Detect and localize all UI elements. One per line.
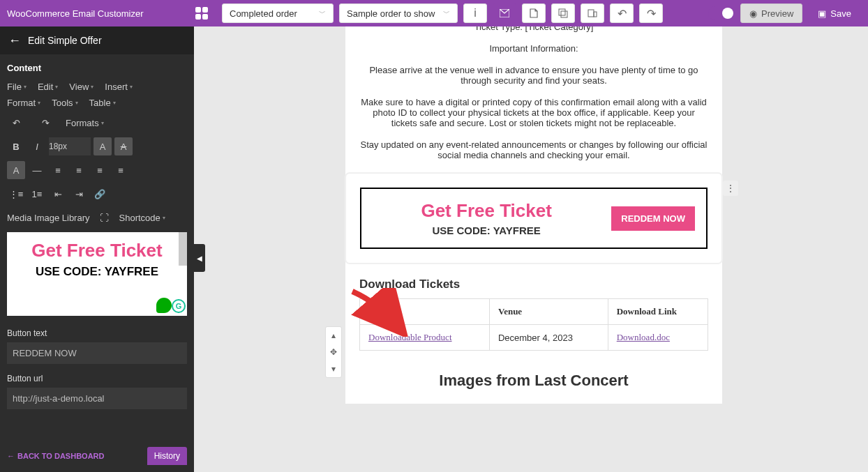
- align-center-icon[interactable]: ≡: [70, 161, 88, 179]
- save-icon: ▣: [818, 8, 826, 19]
- menu-view[interactable]: View▾: [69, 82, 93, 92]
- table-row: Downloadable Product December 4, 2023 Do…: [360, 325, 708, 351]
- menu-insert[interactable]: Insert▾: [105, 82, 133, 92]
- move-up-icon[interactable]: ▴: [326, 327, 341, 344]
- grammarly-icon: G: [172, 299, 186, 313]
- sidebar: ← Edit Simple Offer Content File▾ Edit▾ …: [0, 26, 194, 472]
- rich-editor-toolbar: File▾ Edit▾ View▾ Insert▾ Format▾ Tools▾…: [0, 79, 194, 229]
- menu-file[interactable]: File▾: [7, 82, 27, 92]
- menu-table[interactable]: Table▾: [89, 98, 116, 108]
- bullet-list-icon[interactable]: ⋮≡: [7, 185, 25, 203]
- button-text-label: Button text: [0, 319, 194, 342]
- move-drag-icon[interactable]: ✥: [326, 344, 341, 360]
- history-button[interactable]: History: [147, 447, 187, 465]
- menu-edit[interactable]: Edit▾: [38, 82, 58, 92]
- undo-button[interactable]: ↶: [610, 3, 634, 23]
- undo-icon[interactable]: ↶: [7, 114, 25, 132]
- button-text-input[interactable]: [7, 342, 187, 364]
- link-icon[interactable]: 🔗: [91, 185, 109, 203]
- element-move-controls: ▴ ✥ ▾: [325, 326, 342, 378]
- content-section-label: Content: [0, 54, 194, 79]
- button-url-label: Button url: [0, 364, 194, 388]
- panel-title: Edit Simple Offer: [28, 35, 102, 46]
- bg-color-icon[interactable]: A: [7, 161, 25, 179]
- sample-order-dropdown[interactable]: Sample order to show﹀: [339, 3, 458, 23]
- editor-content-area[interactable]: Get Free Ticket USE CODE: YAYFREE G: [7, 232, 187, 316]
- download-file-link[interactable]: Download.doc: [617, 332, 670, 342]
- preview-button[interactable]: ◉Preview: [740, 3, 802, 23]
- hr-icon[interactable]: —: [28, 161, 46, 179]
- table-header-row: Item Venue Download Link: [360, 299, 708, 325]
- col-link: Download Link: [608, 299, 708, 325]
- important-heading: Important Information:: [359, 43, 708, 54]
- info-button[interactable]: i: [463, 3, 487, 23]
- images-section-title: Images from Last Concert: [359, 372, 708, 390]
- svg-rect-3: [588, 10, 594, 17]
- clear-format-icon[interactable]: A: [114, 137, 133, 155]
- scrollbar-thumb[interactable]: [179, 232, 187, 266]
- move-down-icon[interactable]: ▾: [326, 360, 341, 377]
- device-button[interactable]: [581, 3, 604, 23]
- menu-tools[interactable]: Tools▾: [52, 98, 77, 108]
- chevron-down-icon: ﹀: [443, 8, 450, 18]
- back-arrow-icon[interactable]: ←: [8, 33, 21, 48]
- email-type-value: Completed order: [230, 8, 297, 19]
- redeem-button[interactable]: REDDEM NOW: [611, 206, 695, 231]
- downloads-table: Item Venue Download Link Downloadable Pr…: [359, 298, 708, 351]
- offer-heading: Get Free Ticket: [373, 200, 600, 222]
- page-view-button[interactable]: [522, 3, 546, 23]
- arrow-left-icon: ←: [7, 452, 15, 460]
- svg-rect-4: [594, 12, 597, 17]
- downloads-title: Download Tickets: [359, 277, 708, 291]
- offer-code-editable: USE CODE: YAYFREE: [13, 265, 181, 279]
- live-toggle[interactable]: [708, 6, 735, 20]
- detail-ticket-type: Ticket Type: [Ticket Category]: [359, 26, 708, 32]
- chevron-down-icon: ﹀: [319, 8, 326, 18]
- col-venue: Venue: [489, 299, 608, 325]
- grammarly-badge-icon: [156, 298, 172, 313]
- preview-canvas: Time: [Concert Time] Venue: [Concert Ven…: [194, 26, 868, 472]
- bold-icon[interactable]: B: [7, 137, 25, 155]
- align-right-icon[interactable]: ≡: [91, 161, 109, 179]
- paragraph-2: Make sure to have a digital or printed c…: [359, 97, 708, 128]
- menu-format[interactable]: Format▾: [7, 98, 40, 108]
- offer-code: USE CODE: YAYFREE: [373, 224, 600, 236]
- italic-icon[interactable]: I: [28, 137, 46, 155]
- eye-icon: ◉: [749, 8, 757, 19]
- indent-icon[interactable]: ⇥: [70, 185, 88, 203]
- email-type-dropdown[interactable]: Completed order﹀: [222, 3, 334, 23]
- email-preview: Time: [Concert Time] Venue: [Concert Ven…: [345, 26, 722, 404]
- paragraph-3: Stay updated on any event-related announ…: [359, 139, 708, 160]
- button-url-input[interactable]: [7, 388, 187, 409]
- media-library-button[interactable]: Media Image Library: [7, 213, 90, 223]
- back-to-dashboard-link[interactable]: ←BACK TO DASHBOARD: [7, 452, 104, 460]
- align-justify-icon[interactable]: ≡: [112, 161, 130, 179]
- text-color-icon[interactable]: A: [93, 137, 112, 155]
- redo-icon[interactable]: ↷: [36, 114, 54, 132]
- offer-element[interactable]: Get Free Ticket USE CODE: YAYFREE REDDEM…: [345, 173, 722, 264]
- fullscreen-icon[interactable]: ⛶: [96, 208, 114, 227]
- svg-rect-2: [561, 11, 567, 17]
- col-item: Item: [360, 299, 490, 325]
- app-title: WooCommerce Email Customizer: [7, 8, 195, 19]
- formats-dropdown[interactable]: Formats▾: [66, 118, 104, 128]
- outdent-icon[interactable]: ⇤: [49, 185, 67, 203]
- svg-rect-1: [559, 9, 565, 15]
- align-left-icon[interactable]: ≡: [49, 161, 67, 179]
- paragraph-1: Please arrive at the venue well in advan…: [359, 65, 708, 86]
- save-button[interactable]: ▣Save: [808, 3, 861, 23]
- download-date: December 4, 2023: [489, 325, 608, 351]
- top-bar: WooCommerce Email Customizer Completed o…: [0, 0, 868, 26]
- download-product-link[interactable]: Downloadable Product: [368, 332, 452, 342]
- shortcode-button[interactable]: Shortcode▾: [119, 213, 165, 223]
- email-view-button[interactable]: [493, 3, 516, 23]
- font-size-input[interactable]: [49, 137, 91, 155]
- sidebar-header: ← Edit Simple Offer: [0, 26, 194, 54]
- redo-button[interactable]: ↷: [639, 3, 663, 23]
- ordered-list-icon[interactable]: 1≡: [28, 185, 46, 203]
- copy-button[interactable]: [551, 3, 575, 23]
- sample-order-value: Sample order to show: [347, 8, 435, 19]
- element-options-button[interactable]: ⋮: [723, 181, 738, 196]
- offer-heading-editable: Get Free Ticket: [13, 241, 181, 261]
- apps-grid-icon[interactable]: [195, 7, 208, 20]
